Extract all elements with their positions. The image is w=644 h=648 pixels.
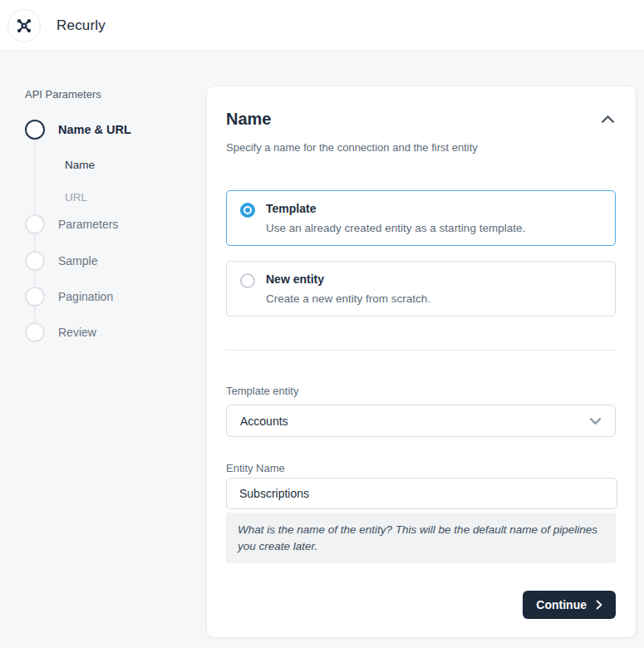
section-divider xyxy=(226,350,616,351)
stepper-step-pagination[interactable]: Pagination xyxy=(25,287,113,307)
chevron-up-icon xyxy=(601,112,615,126)
radio-template-selected[interactable] xyxy=(240,203,255,218)
step-circle-idle xyxy=(25,214,45,234)
step-label: Parameters xyxy=(58,218,118,231)
chevron-right-icon xyxy=(596,600,602,610)
step-circle-idle xyxy=(25,322,45,342)
radio-new-entity-unselected[interactable] xyxy=(240,273,255,288)
entity-name-help-text: What is the name of the entity? This wil… xyxy=(226,513,616,563)
stepper-substep-name[interactable]: Name xyxy=(65,159,95,171)
section-subtitle: Specify a name for the connection and th… xyxy=(226,141,478,154)
option-title: New entity xyxy=(266,272,615,286)
option-new-entity[interactable]: New entity Create a new entity from scra… xyxy=(226,261,616,317)
step-circle-active xyxy=(25,120,45,140)
template-entity-select[interactable]: Accounts xyxy=(226,405,616,437)
stepper-step-review[interactable]: Review xyxy=(25,322,96,342)
option-template[interactable]: Template Use an already created entity a… xyxy=(226,190,616,246)
stepper-step-name-url[interactable]: Name & URL xyxy=(25,120,131,140)
step-circle-idle xyxy=(25,251,45,271)
step-label: Review xyxy=(58,326,96,339)
stepper-step-sample[interactable]: Sample xyxy=(25,251,97,271)
stepper-step-parameters[interactable]: Parameters xyxy=(25,214,118,234)
collapse-section-button[interactable] xyxy=(601,115,615,124)
template-entity-label: Template entity xyxy=(226,385,298,397)
page-title: Recurly xyxy=(57,17,106,34)
step-label: Sample xyxy=(58,254,97,268)
stepper-title: API Parameters xyxy=(25,88,101,101)
step-label: Pagination xyxy=(58,290,113,303)
step-circle-idle xyxy=(25,287,45,307)
chevron-down-icon xyxy=(589,417,602,425)
step-label: Name & URL xyxy=(58,123,131,136)
app-header: Recurly xyxy=(0,0,644,52)
option-title: Template xyxy=(266,202,615,215)
entity-name-input[interactable] xyxy=(226,478,617,509)
app-logo[interactable] xyxy=(7,9,41,42)
section-title: Name xyxy=(226,110,271,129)
connector-nodes-icon xyxy=(15,17,33,35)
template-entity-selected-value: Accounts xyxy=(240,415,288,428)
continue-button-label: Continue xyxy=(536,598,587,611)
entity-name-label: Entity Name xyxy=(226,462,285,474)
option-description: Create a new entity from scratch. xyxy=(266,292,615,305)
name-section-card: Name Specify a name for the connection a… xyxy=(206,86,637,638)
option-description: Use an already created entity as a start… xyxy=(266,222,615,234)
continue-button[interactable]: Continue xyxy=(523,591,616,619)
stepper-substep-url[interactable]: URL xyxy=(65,191,87,204)
